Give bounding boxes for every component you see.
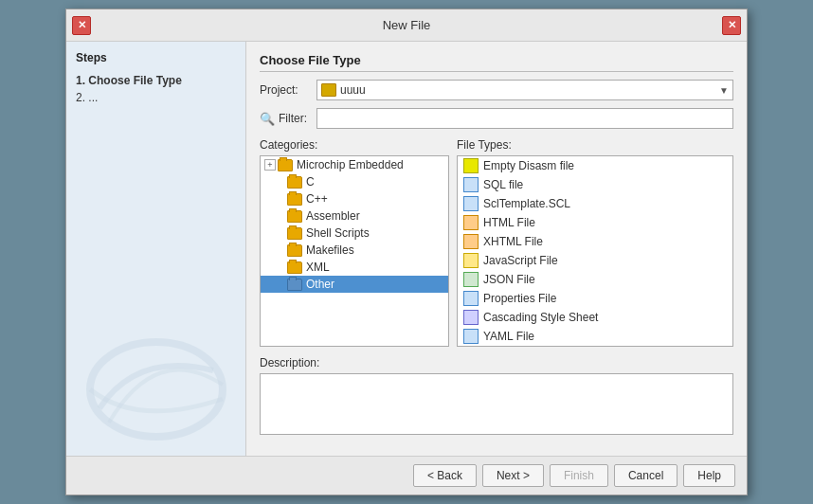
panels-row: Categories: + Microchip Embedded <box>260 138 733 347</box>
filter-row: 🔍 Filter: <box>260 108 733 129</box>
filter-input[interactable] <box>316 108 733 129</box>
title-bar-close-icon[interactable]: ✕ <box>72 16 91 35</box>
filetype-json[interactable]: JSON File <box>458 270 732 289</box>
file-icon-properties <box>463 291 479 306</box>
next-button[interactable]: Next > <box>482 464 544 487</box>
steps-heading: Steps <box>76 51 236 64</box>
category-other[interactable]: Other <box>261 276 448 293</box>
project-row: Project: uuuu ▼ <box>260 80 733 100</box>
title-bar: ✕ New File ✕ <box>66 9 747 42</box>
category-xml[interactable]: XML <box>261 259 448 276</box>
step-1: 1. Choose File Type <box>76 74 236 87</box>
expand-icon: + <box>264 159 276 171</box>
filetypes-label: File Types: <box>457 138 733 152</box>
filetypes-inner: Empty Disasm file SQL file SclTemplate.S… <box>458 156 732 346</box>
filter-search-icon: 🔍 <box>260 112 275 126</box>
dialog-title: New File <box>383 18 431 32</box>
categories-label: Categories: <box>260 138 449 152</box>
file-icon-xhtml <box>463 234 479 249</box>
filetypes-list: Empty Disasm file SQL file SclTemplate.S… <box>457 155 733 347</box>
new-file-dialog: ✕ New File ✕ Steps 1. Choose File Type 2… <box>65 9 748 495</box>
dropdown-arrow-icon: ▼ <box>719 85 729 96</box>
project-select[interactable]: uuuu ▼ <box>316 80 733 100</box>
file-icon-yaml <box>463 329 479 344</box>
project-icon <box>321 83 336 97</box>
folder-icon <box>287 261 302 274</box>
folder-icon-blue <box>287 279 302 291</box>
file-icon-sql <box>463 177 479 192</box>
filetype-sql[interactable]: SQL file <box>458 175 732 194</box>
category-cpp[interactable]: C++ <box>261 190 448 207</box>
filetype-html[interactable]: HTML File <box>458 213 732 232</box>
category-shell-scripts[interactable]: Shell Scripts <box>261 225 448 242</box>
filetypes-panel: File Types: Empty Disasm file SQL file <box>457 138 733 347</box>
categories-tree: + Microchip Embedded C <box>260 155 449 347</box>
folder-icon <box>287 176 302 189</box>
folder-icon <box>287 210 302 223</box>
file-icon-js <box>463 253 479 268</box>
category-microchip-embedded[interactable]: + Microchip Embedded <box>261 156 448 173</box>
help-button[interactable]: Help <box>683 464 735 487</box>
file-icon-html <box>463 215 479 230</box>
category-c[interactable]: C <box>261 173 448 190</box>
folder-icon <box>287 227 302 240</box>
dialog-body: Steps 1. Choose File Type 2. ... Ch <box>66 42 747 456</box>
back-button[interactable]: < Back <box>413 464 477 487</box>
filetype-yaml[interactable]: YAML File <box>458 327 732 346</box>
description-section: Description: <box>260 356 733 435</box>
project-label: Project: <box>260 83 316 97</box>
file-icon-asm <box>463 158 479 173</box>
step-2: 2. ... <box>76 91 236 104</box>
category-makefiles[interactable]: Makefiles <box>261 242 448 259</box>
file-icon-scl <box>463 196 479 211</box>
filetype-javascript[interactable]: JavaScript File <box>458 251 732 270</box>
folder-icon <box>287 193 302 206</box>
folder-icon <box>278 159 293 171</box>
file-icon-css <box>463 310 479 325</box>
filetype-css[interactable]: Cascading Style Sheet <box>458 308 732 327</box>
description-box <box>260 373 733 435</box>
description-label: Description: <box>260 356 733 369</box>
watermark <box>66 333 245 446</box>
file-icon-json <box>463 272 479 287</box>
main-panel: Choose File Type Project: uuuu ▼ 🔍 Filte… <box>246 42 747 456</box>
steps-panel: Steps 1. Choose File Type 2. ... <box>66 42 246 456</box>
finish-button[interactable]: Finish <box>550 464 608 487</box>
filter-label: 🔍 Filter: <box>260 112 316 126</box>
folder-icon <box>287 244 302 257</box>
filetype-scl[interactable]: SclTemplate.SCL <box>458 194 732 213</box>
filetype-empty-disasm[interactable]: Empty Disasm file <box>458 156 732 175</box>
categories-panel: Categories: + Microchip Embedded <box>260 138 449 347</box>
dialog-footer: < Back Next > Finish Cancel Help <box>66 456 747 495</box>
section-title: Choose File Type <box>260 53 733 72</box>
filetype-xhtml[interactable]: XHTML File <box>458 232 732 251</box>
close-button[interactable]: ✕ <box>722 16 741 35</box>
category-assembler[interactable]: Assembler <box>261 207 448 225</box>
categories-list: + Microchip Embedded C <box>261 156 448 346</box>
project-name: uuuu <box>340 83 719 97</box>
filetype-properties[interactable]: Properties File <box>458 289 732 308</box>
cancel-button[interactable]: Cancel <box>614 464 678 487</box>
